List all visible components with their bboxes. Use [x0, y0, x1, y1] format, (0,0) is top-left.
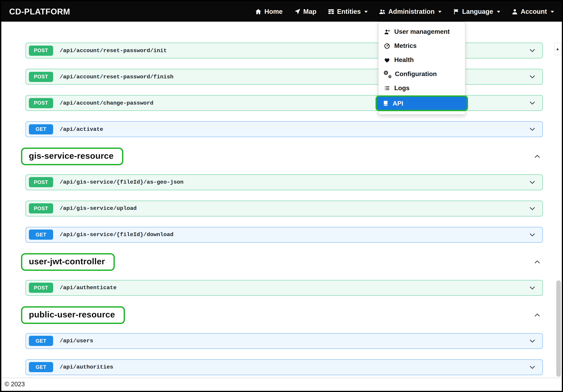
api-operation-row[interactable]: GET /api/gis-service/{fileId}/download [26, 227, 543, 243]
nav-administration[interactable]: Administration [379, 8, 441, 15]
section-title: user-jwt-controller [29, 257, 105, 266]
api-path: /api/account/change-password [60, 100, 153, 106]
administration-dropdown-menu: User management Metrics Health ⚙ [378, 22, 465, 115]
api-operation-row[interactable]: GET /api/activate [26, 121, 543, 137]
method-badge: POST [29, 45, 53, 56]
api-path: /api/account/reset-password/init [60, 47, 167, 54]
api-path: /api/gis-service/{fileId}/as-geo-json [60, 179, 183, 185]
menu-item-configuration[interactable]: ⚙ ⚙ Configuration [379, 67, 465, 81]
nav-account-label: Account [521, 8, 547, 15]
menu-item-label: User management [394, 28, 450, 35]
book-icon [382, 100, 389, 107]
annotation-box: gis-service-resource [21, 148, 124, 165]
api-path: /api/activate [60, 126, 103, 132]
api-operation-row[interactable]: GET /api/users [26, 333, 543, 349]
nav-entities[interactable]: Entities [328, 8, 368, 15]
menu-item-logs[interactable]: Logs [379, 81, 465, 95]
nav-home-label: Home [264, 8, 282, 15]
menu-item-health[interactable]: Health [379, 53, 465, 67]
menu-item-metrics[interactable]: Metrics [379, 39, 465, 53]
nav-map[interactable]: Map [294, 8, 316, 15]
triangle-up-icon: ▲ [556, 47, 560, 51]
menu-item-api[interactable]: API [377, 97, 467, 110]
api-path: /api/gis-service/upload [60, 205, 137, 212]
nav-administration-label: Administration [388, 8, 435, 15]
brand[interactable]: CD-PLATFORM [9, 7, 70, 16]
chevron-down-icon[interactable] [529, 364, 536, 371]
gears-icon: ⚙ ⚙ [384, 70, 391, 77]
nav-entities-label: Entities [337, 8, 361, 15]
method-badge: GET [29, 230, 53, 240]
location-arrow-icon [294, 8, 301, 15]
chevron-down-icon[interactable] [529, 99, 536, 107]
table-icon [328, 8, 334, 15]
api-path: /api/users [60, 338, 93, 344]
home-icon [255, 8, 262, 15]
nav-map-label: Map [303, 8, 316, 15]
chevron-up-icon[interactable] [534, 311, 541, 318]
screenshot-frame: CD-PLATFORM Home Map [0, 0, 563, 392]
api-path: /api/account/reset-password/finish [60, 74, 174, 80]
method-badge: POST [29, 283, 53, 293]
menu-item-label: Metrics [394, 42, 417, 50]
menu-item-label: Logs [394, 84, 409, 92]
method-badge: GET [29, 124, 53, 134]
chevron-down-icon[interactable] [529, 205, 536, 212]
method-badge: POST [29, 98, 53, 108]
section-header-user-jwt-controller[interactable]: user-jwt-controller [21, 253, 543, 271]
chevron-up-icon[interactable] [534, 153, 541, 160]
nav-language-label: Language [462, 8, 493, 15]
method-badge: GET [29, 336, 53, 346]
method-badge: POST [29, 177, 53, 187]
api-operation-row[interactable]: POST /api/authenticate [26, 280, 543, 296]
chevron-down-icon[interactable] [529, 337, 536, 344]
api-operation-row[interactable]: POST /api/gis-service/upload [26, 201, 543, 216]
chevron-down-icon[interactable] [529, 284, 536, 291]
section-title: public-user-resource [29, 310, 115, 320]
navbar-menu: Home Map Entities [255, 8, 554, 15]
section-header-gis-service-resource[interactable]: gis-service-resource [21, 148, 543, 165]
scrollbar-thumb[interactable] [556, 280, 561, 377]
method-badge: GET [29, 362, 53, 372]
nav-home[interactable]: Home [255, 8, 282, 15]
api-docs: POST /api/account/reset-password/init PO… [1, 22, 562, 378]
method-badge: POST [29, 72, 53, 82]
annotation-box-api: API [376, 95, 468, 111]
annotation-box: user-jwt-controller [21, 253, 115, 271]
tasks-icon [384, 85, 390, 91]
annotation-box: public-user-resource [21, 306, 125, 324]
caret-down-icon [550, 11, 554, 13]
section-header-public-user-resource[interactable]: public-user-resource [21, 306, 543, 324]
chevron-down-icon[interactable] [529, 47, 536, 54]
viewport: CD-PLATFORM Home Map [0, 0, 563, 392]
method-badge: POST [29, 203, 53, 214]
menu-item-label: API [393, 100, 403, 107]
caret-down-icon [438, 11, 441, 13]
chevron-down-icon[interactable] [529, 126, 536, 133]
heart-icon [384, 57, 390, 63]
nav-account[interactable]: Account [511, 8, 554, 15]
footer: © 2023 [1, 378, 562, 391]
api-path: /api/gis-service/{fileId}/download [60, 232, 174, 238]
navbar: CD-PLATFORM Home Map [1, 1, 562, 22]
copyright-text: © 2023 [5, 381, 25, 388]
api-path: /api/authenticate [60, 285, 117, 291]
chevron-down-icon[interactable] [529, 179, 536, 186]
chevron-down-icon[interactable] [529, 73, 536, 80]
chevron-down-icon[interactable] [529, 231, 536, 238]
api-operation-row[interactable]: POST /api/gis-service/{fileId}/as-geo-js… [26, 175, 543, 190]
scroll-up-button[interactable]: ▲ [554, 43, 561, 55]
tachometer-icon [384, 42, 390, 49]
api-operation-row[interactable]: GET /api/authorities [26, 359, 543, 375]
api-path: /api/authorities [60, 364, 113, 370]
user-icon [511, 8, 518, 15]
menu-item-label: Health [394, 56, 414, 63]
caret-down-icon [497, 11, 500, 13]
caret-down-icon [364, 11, 368, 13]
flag-icon [453, 8, 460, 15]
menu-item-user-management[interactable]: User management [379, 25, 465, 39]
user-plus-icon [384, 28, 390, 35]
nav-language[interactable]: Language [453, 8, 500, 15]
chevron-up-icon[interactable] [534, 258, 541, 266]
menu-item-label: Configuration [395, 70, 437, 78]
